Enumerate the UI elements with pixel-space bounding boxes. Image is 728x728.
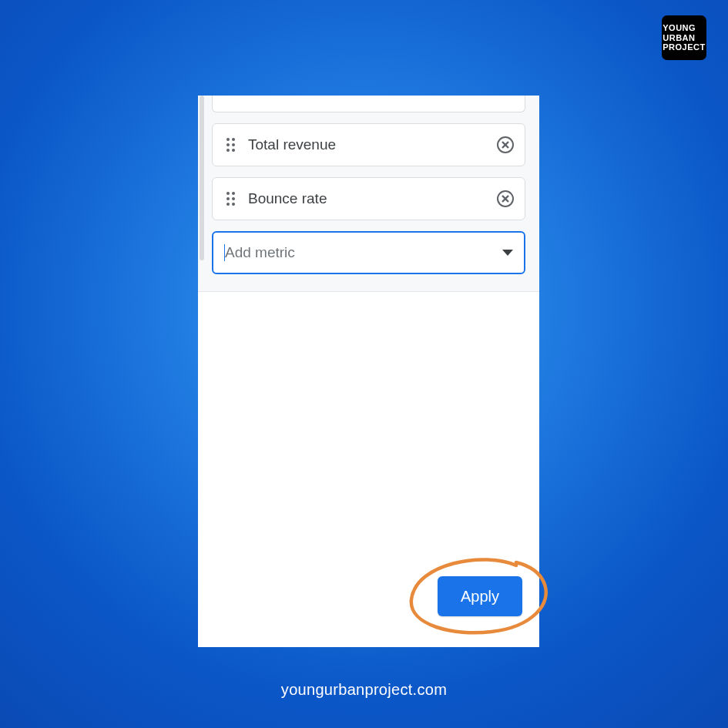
drag-handle-icon[interactable] <box>223 138 237 152</box>
metric-label: Bounce rate <box>248 190 497 207</box>
footer-url: youngurbanproject.com <box>0 681 728 699</box>
logo-line: YOUNG <box>663 23 705 33</box>
panel-footer-area: Apply <box>198 291 539 647</box>
metric-chip[interactable]: Total revenue <box>212 123 525 166</box>
logo-line: URBAN <box>663 33 705 43</box>
logo-line: PROJECT <box>663 42 705 52</box>
metrics-panel: Total revenue Bounce rate Apply <box>198 96 539 647</box>
add-metric-input[interactable] <box>225 244 502 261</box>
brand-logo: YOUNG URBAN PROJECT <box>662 15 706 60</box>
close-icon <box>502 195 509 203</box>
apply-button[interactable]: Apply <box>438 576 522 616</box>
metrics-list: Total revenue Bounce rate <box>198 96 539 291</box>
metric-chip-truncated[interactable] <box>212 96 525 112</box>
metric-label: Total revenue <box>248 136 497 153</box>
metric-chip[interactable]: Bounce rate <box>212 177 525 220</box>
chevron-down-icon <box>502 250 513 256</box>
drag-handle-icon[interactable] <box>223 192 237 206</box>
add-metric-dropdown[interactable] <box>212 231 525 274</box>
remove-metric-button[interactable] <box>497 190 514 207</box>
remove-metric-button[interactable] <box>497 136 514 153</box>
close-icon <box>502 141 509 149</box>
